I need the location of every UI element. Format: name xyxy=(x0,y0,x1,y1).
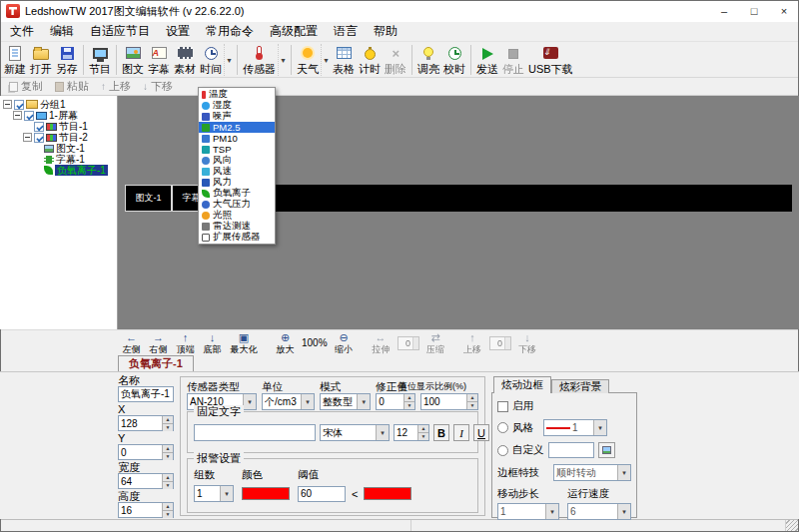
bold-button[interactable]: B xyxy=(433,424,449,441)
step-select[interactable]: 1▾ xyxy=(497,503,559,520)
weather-dropdown-arrow[interactable]: ▼ xyxy=(321,44,331,76)
menu-edit[interactable]: 编辑 xyxy=(42,21,82,42)
menu-item-noise[interactable]: 噪声 xyxy=(199,111,275,122)
alarm-color-swatch-2[interactable] xyxy=(364,487,411,500)
alarm-color-swatch[interactable] xyxy=(242,487,290,500)
tab-border-effect[interactable]: 炫动边框 xyxy=(493,376,551,393)
sensor-dropdown-arrow[interactable]: ▼ xyxy=(278,44,288,76)
tab-color-background[interactable]: 炫彩背景 xyxy=(551,379,609,393)
menu-item-humidity[interactable]: 湿度 xyxy=(199,100,275,111)
name-input[interactable] xyxy=(118,386,174,402)
resize-grip[interactable] xyxy=(786,520,799,532)
menu-language[interactable]: 语言 xyxy=(326,21,366,42)
menu-advanced-config[interactable]: 高级配置 xyxy=(262,21,326,42)
enable-checkbox[interactable] xyxy=(497,401,508,412)
height-stepper[interactable]: 16▲▼ xyxy=(118,502,174,518)
send-button[interactable]: 发送 xyxy=(474,43,500,76)
menu-settings[interactable]: 设置 xyxy=(158,21,198,42)
tree-node-group[interactable]: 分组1 xyxy=(2,99,117,110)
spinner-arrows-icon[interactable]: ▲▼ xyxy=(403,394,414,409)
save-as-button[interactable]: 另存 xyxy=(54,43,80,76)
underline-button[interactable]: U xyxy=(473,424,489,441)
brightness-button[interactable]: 调亮 xyxy=(415,43,441,76)
font-size-stepper[interactable]: 12▲▼ xyxy=(394,424,429,441)
menu-item-pm10[interactable]: PM10 xyxy=(199,133,275,144)
selected-item-tab[interactable]: 负氧离子-1 xyxy=(118,355,194,371)
menu-help[interactable]: 帮助 xyxy=(366,21,405,42)
menu-common-commands[interactable]: 常用命令 xyxy=(198,21,262,42)
unit-select[interactable]: 个/cm3▾ xyxy=(262,393,315,410)
new-button[interactable]: 新建 xyxy=(2,43,28,76)
checkbox-checked-icon[interactable] xyxy=(34,133,44,143)
ratio-stepper[interactable]: 100▲▼ xyxy=(420,393,478,410)
time-sync-button[interactable]: 校时 xyxy=(441,43,467,76)
x-stepper[interactable]: 128▲▼ xyxy=(118,415,174,431)
maximize-region-button[interactable]: ▣最大化 xyxy=(226,332,262,354)
menu-item-pm25[interactable]: PM2.5 xyxy=(199,122,275,133)
speed-select[interactable]: 6▾ xyxy=(567,503,631,520)
maximize-button[interactable]: □ xyxy=(739,0,769,22)
subtitle-button[interactable]: 字幕 xyxy=(146,43,172,76)
time-button[interactable]: 时间 xyxy=(198,43,224,76)
spinner-arrows-icon[interactable]: ▲▼ xyxy=(162,416,173,430)
align-left-button[interactable]: ←左侧 xyxy=(118,332,145,354)
menu-item-temperature[interactable]: 温度 xyxy=(199,89,275,100)
menu-file[interactable]: 文件 xyxy=(2,21,42,42)
menu-item-air-pressure[interactable]: 大气压力 xyxy=(199,199,275,210)
custom-input[interactable] xyxy=(548,442,594,458)
sensor-button[interactable]: 传感器 xyxy=(241,43,278,76)
font-select[interactable]: 宋体▾ xyxy=(320,424,390,441)
collapse-icon[interactable] xyxy=(13,111,22,120)
checkbox-checked-icon[interactable] xyxy=(34,122,44,132)
threshold-input[interactable] xyxy=(298,486,346,502)
zoom-in-button[interactable]: ⊕放大 xyxy=(272,332,299,354)
width-stepper[interactable]: 64▲▼ xyxy=(118,473,174,489)
program-button[interactable]: 节目 xyxy=(87,43,113,76)
menu-item-wind-direction[interactable]: 风向 xyxy=(199,155,275,166)
spinner-arrows-icon[interactable]: ▲▼ xyxy=(162,445,173,459)
spinner-arrows-icon[interactable]: ▲▼ xyxy=(466,394,477,409)
material-button[interactable]: 素材 xyxy=(172,43,198,76)
tree-node-graphic[interactable]: 图文-1 xyxy=(2,143,117,154)
table-button[interactable]: 表格 xyxy=(331,43,357,76)
mode-select[interactable]: 整数型▾ xyxy=(320,393,371,410)
tree-node-screen[interactable]: 1-屏幕 xyxy=(2,110,117,121)
graphic-text-button[interactable]: 图文 xyxy=(120,43,146,76)
time-dropdown-arrow[interactable]: ▼ xyxy=(224,44,234,76)
custom-radio[interactable] xyxy=(497,445,508,456)
spinner-arrows-icon[interactable]: ▲▼ xyxy=(162,503,173,517)
spinner-arrows-icon[interactable]: ▲▼ xyxy=(162,474,173,488)
collapse-icon[interactable] xyxy=(23,133,32,142)
y-stepper[interactable]: 0▲▼ xyxy=(118,444,174,460)
preview-region-graphic[interactable]: 图文-1 xyxy=(125,185,172,212)
correction-stepper[interactable]: 0▲▼ xyxy=(376,393,415,410)
timing-button[interactable]: 计时 xyxy=(357,43,383,76)
tree-node-subtitle[interactable]: 字幕-1 xyxy=(2,154,117,165)
minimize-button[interactable]: – xyxy=(709,0,739,22)
align-right-button[interactable]: →右侧 xyxy=(145,332,172,354)
fixed-text-input[interactable] xyxy=(194,424,316,441)
alarm-group-select[interactable]: 1▾ xyxy=(194,485,234,502)
close-button[interactable]: × xyxy=(769,0,799,22)
open-button[interactable]: 打开 xyxy=(28,43,54,76)
browse-button[interactable] xyxy=(598,442,615,458)
spinner-arrows-icon[interactable]: ▲▼ xyxy=(417,425,428,440)
style-select[interactable]: 1▾ xyxy=(543,419,607,436)
menu-item-tsp[interactable]: TSP xyxy=(199,144,275,155)
zoom-out-button[interactable]: ⊖缩小 xyxy=(331,332,358,354)
align-top-button[interactable]: ↑顶端 xyxy=(172,332,199,354)
weather-button[interactable]: 天气 xyxy=(295,43,321,76)
menu-item-wind-speed[interactable]: 风速 xyxy=(199,166,275,177)
style-radio[interactable] xyxy=(497,422,508,433)
tree-node-program2[interactable]: 节目-2 xyxy=(2,132,117,143)
checkbox-checked-icon[interactable] xyxy=(14,100,24,110)
menu-adaptive-program[interactable]: 自适应节目 xyxy=(82,21,158,42)
italic-button[interactable]: I xyxy=(453,424,469,441)
tree-node-program1[interactable]: 节目-1 xyxy=(2,121,117,132)
checkbox-checked-icon[interactable] xyxy=(24,111,34,121)
collapse-icon[interactable] xyxy=(3,100,12,109)
border-effect-select[interactable]: 顺时转动▾ xyxy=(553,464,631,481)
align-bottom-button[interactable]: ↓底部 xyxy=(199,332,226,354)
menu-item-extended-sensor[interactable]: 扩展传感器 xyxy=(199,232,275,243)
tree-node-sensor-selected[interactable]: 负氧离子-1 xyxy=(2,165,117,176)
